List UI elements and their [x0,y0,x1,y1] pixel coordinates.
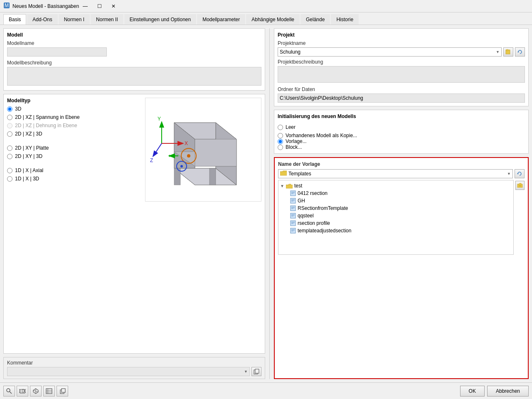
tree-item-qqsteel[interactable]: qqsteel [280,212,512,219]
right-panel: Projekt Projektname Schulung ▼ [274,28,529,379]
tool-list-button[interactable] [43,386,55,397]
init-title: Initialisierung des neuen Modells [278,113,525,119]
tree-item-label: templateadjustedsection [298,228,351,234]
tree-item-templateadjusted[interactable]: templateadjustedsection [280,227,512,234]
radio-vorhandenes-label: Vorhandenes Modell als Kopie... [286,133,357,138]
model-3d-svg: Y X Z [149,102,257,197]
radio-2d-xz-dehnung-input[interactable] [7,123,12,128]
comment-section: Kommentar ▼ [3,357,265,379]
svg-point-54 [7,389,10,392]
projektname-edit-button[interactable] [503,47,513,57]
folder-icon [280,170,287,176]
tree-folder-test[interactable]: ▼ test [280,182,512,190]
radio-1d-x-3d-label: 1D | X | 3D [15,176,39,182]
ok-button[interactable]: OK [460,386,485,397]
window-icon: M [3,2,10,10]
refresh-icon-2 [517,171,522,177]
template-section: Name der Vorlage Templates ▼ [274,157,529,379]
model-section-title: Modell [7,32,261,38]
project-title: Projekt [278,32,525,38]
file-icon-5 [290,220,296,226]
minimize-button[interactable]: — [79,2,91,10]
svg-rect-61 [46,389,52,394]
tree-folder-name: test [294,183,302,189]
tree-item-label: rsection profile [298,220,330,226]
svg-line-14 [153,143,162,156]
tree-item-label: GH [298,198,305,204]
radio-3d-input[interactable] [7,106,12,112]
svg-rect-9 [209,168,216,185]
radio-2d-xy-3d-input[interactable] [7,154,12,159]
projektbeschreibung-input[interactable] [278,66,525,83]
radio-2d-xz-3d-input[interactable] [7,131,12,137]
tab-normen1[interactable]: Normen I [59,14,90,25]
radio-1d-x-axial-input[interactable] [7,168,12,173]
close-button[interactable]: ✕ [107,2,120,10]
template-refresh-button[interactable] [515,169,525,178]
radio-block-input[interactable] [278,145,283,150]
svg-rect-44 [291,221,296,226]
tool-model-button[interactable] [30,386,42,397]
radio-2d-xz-dehnung-label: 2D | XZ | Dehnung in Ebene [15,123,77,128]
svg-point-19 [180,165,183,167]
radio-leer-input[interactable] [278,125,283,130]
tree-item-rsection-profile[interactable]: rsection profile [280,219,512,227]
modellname-input[interactable] [7,47,107,57]
tree-item-label: 0412 rsection [298,190,328,196]
bottombar: 0.00 [0,382,532,399]
tree-item-rsection[interactable]: RSectionfromTemplate [280,204,512,212]
tab-normen2[interactable]: Normen II [91,14,123,25]
maximize-button[interactable]: ☐ [93,2,106,10]
radio-2d-xy-platte-input[interactable] [7,145,12,151]
modellname-label: Modellname [7,40,261,46]
projektname-combo[interactable]: Schulung ▼ [278,47,502,57]
tab-modellparameter[interactable]: Modellparameter [197,14,245,25]
file-icon-2 [290,198,296,204]
tab-addons[interactable]: Add-Ons [27,14,57,25]
tab-einstellungen[interactable]: Einstellungen und Optionen [124,14,196,25]
radio-1d-x-axial: 1D | X | Axial [7,167,142,173]
tool-copy-button[interactable] [57,386,68,397]
radio-2d-xz-spannung-input[interactable] [7,115,12,120]
radio-1d-x-3d-input[interactable] [7,176,12,182]
tab-gelaende[interactable]: Gelände [300,14,330,25]
comment-copy-button[interactable] [251,367,261,376]
search-icon [6,388,12,394]
tab-historie[interactable]: Historie [331,14,359,25]
tab-abhaengige[interactable]: Abhängige Modelle [246,14,300,25]
ordner-value: C:\Users\SivolginP\Desktop\Schulung [278,94,525,103]
tool-counter-button[interactable]: 0.00 [17,386,28,397]
chevron-down-icon: ▼ [280,184,284,188]
svg-marker-26 [517,51,519,52]
tree-item-label: RSectionfromTemplate [298,205,348,211]
template-section-title: Name der Vorlage [278,161,525,167]
comment-label: Kommentar [7,360,261,366]
projektname-row: Schulung ▼ [278,47,525,57]
modellbeschreibung-input[interactable] [7,67,261,86]
radio-2d-xz-spannung-label: 2D | XZ | Spannung in Ebene [15,114,80,120]
tree-action-button[interactable] [515,181,525,190]
radio-vorlage-input[interactable] [278,139,283,144]
projektname-refresh-button[interactable] [515,47,525,57]
folder-open-icon [286,183,293,189]
tree-item-gh[interactable]: GH [280,197,512,204]
ordner-label: Ordner für Daten [278,86,525,92]
init-section: Initialisierung des neuen Modells Leer V… [274,110,529,154]
cancel-button[interactable]: Abbrechen [487,386,529,397]
radio-block-label: Block... [286,144,302,150]
tab-basis[interactable]: Basis [3,14,26,25]
list-icon [46,388,52,394]
radio-vorhandenes-input[interactable] [278,133,283,138]
counter-icon: 0.00 [19,388,26,394]
tree-item-0412[interactable]: 0412 rsection [280,190,512,197]
file-icon-6 [290,228,296,234]
left-panel: Modell Modellname Modellbeschreibung Mod… [3,28,265,379]
radio-block: Block... [278,144,525,150]
template-combo[interactable]: Templates ▼ [278,169,513,178]
action-buttons: OK Abbrechen [460,386,529,397]
tool-search-button[interactable] [3,386,15,397]
projektname-arrow: ▼ [496,50,500,54]
svg-marker-27 [517,173,519,174]
template-folder-icon [280,170,287,177]
model-section: Modell Modellname Modellbeschreibung [3,28,265,91]
